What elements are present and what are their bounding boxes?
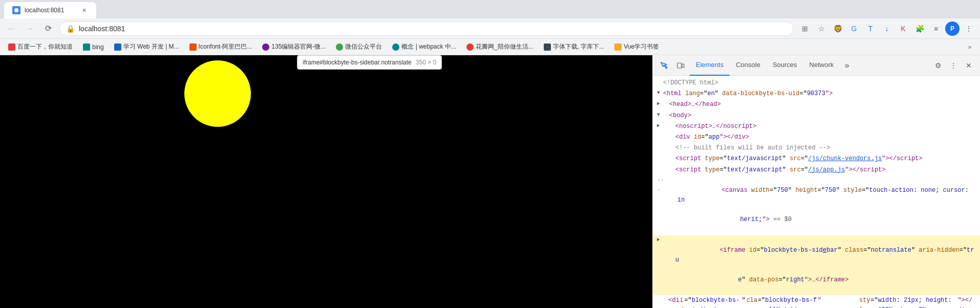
devtools-settings-button[interactable]: ⚙ <box>931 58 945 73</box>
tooltip-size: 350 × 0 <box>416 59 436 66</box>
nav-bar: ← → ⟳ 🔒 localhost:8081 ⊞ ☆ 🦁 G T ↓ K 🧩 ≡… <box>0 18 980 39</box>
bookmark-webpack[interactable]: 概念 | webpack 中... <box>388 41 460 52</box>
webpage-area: iframe#blockbyte-bs-sidebar.notranslate … <box>0 55 652 308</box>
devtools-tabs: Elements Console Sources Network » <box>690 55 929 76</box>
dom-html-line[interactable]: ▼ <html lang="en" data-blockbyte-bs-uid=… <box>653 89 980 99</box>
bookmark-fonts[interactable]: 字体下载, 字库下... <box>540 41 609 52</box>
inspect-element-button[interactable] <box>657 58 671 73</box>
devtools-toolbar: Elements Console Sources Network » ⚙ ⋮ ✕ <box>653 55 980 76</box>
devtools-tab-elements[interactable]: Elements <box>690 55 730 76</box>
three-dots-icon: ··· <box>657 176 667 195</box>
bookmark-label: 字体下载, 字库下... <box>553 42 605 51</box>
bookmark-bing[interactable]: bing <box>79 42 108 52</box>
tooltip-element-name: iframe#blockbyte-bs-sidebar.notranslate <box>303 59 412 66</box>
devtools-tab-network[interactable]: Network <box>803 55 840 76</box>
devtools-more-tabs-button[interactable]: » <box>840 58 854 73</box>
svg-rect-0 <box>677 63 681 68</box>
bookmark-mdn[interactable]: 学习 Web 开发 | M... <box>110 41 183 52</box>
forward-button[interactable]: → <box>23 21 37 36</box>
translate2-icon[interactable]: T <box>863 21 878 36</box>
tab-title: localhost:8081 <box>25 7 76 14</box>
dom-noscript-line[interactable]: ▶ <noscript>…</noscript> <box>653 121 980 132</box>
bookmark-label: 微信公众平台 <box>345 42 382 51</box>
browser-window: localhost:8081 ✕ ← → ⟳ 🔒 localhost:8081 … <box>0 0 980 308</box>
yellow-circle <box>184 60 251 127</box>
chunk-vendors-link[interactable]: /js/chunk-vendors.js <box>808 154 882 164</box>
devtools-right-actions: ⚙ ⋮ ✕ <box>931 58 976 73</box>
svg-rect-1 <box>682 64 684 68</box>
user-avatar[interactable]: P <box>945 21 960 36</box>
dom-comment-line[interactable]: <!-- built files will be auto injected -… <box>653 143 980 153</box>
dom-script-app-line[interactable]: <script type="text/javascript" src="/js/… <box>653 165 980 175</box>
lock-icon: 🔒 <box>66 25 75 33</box>
app-js-link[interactable]: /js/app.js <box>808 165 845 175</box>
bookmark-star-icon[interactable]: ☆ <box>814 21 828 36</box>
bookmark-label: 百度一下，你就知道 <box>17 42 73 51</box>
profile-icon[interactable]: ≡ <box>929 21 943 36</box>
bookmarks-bar: 百度一下，你就知道 bing 学习 Web 开发 | M... Iconfont… <box>0 39 980 55</box>
translate-icon[interactable]: ⊞ <box>798 21 812 36</box>
devtools-tab-sources[interactable]: Sources <box>766 55 803 76</box>
bookmark-favicon <box>8 43 15 51</box>
download-icon[interactable]: ↓ <box>880 21 894 36</box>
bookmark-label: 概念 | webpack 中... <box>401 42 456 51</box>
bookmark-label: 135编辑器官网-微... <box>271 42 326 51</box>
bookmark-label: 花瓣网_陪你做生活... <box>476 42 534 51</box>
browser-tab[interactable]: localhost:8081 ✕ <box>4 2 96 18</box>
bookmark-huaban[interactable]: 花瓣网_陪你做生活... <box>462 41 538 52</box>
bookmark-135editor[interactable]: 135编辑器官网-微... <box>258 41 330 52</box>
dom-body-open-line[interactable]: ▼ <body> <box>653 111 980 121</box>
devtools-tab-console[interactable]: Console <box>730 55 766 76</box>
bookmark-favicon <box>466 43 474 51</box>
bookmarks-more-button[interactable]: » <box>964 41 976 53</box>
bookmark-favicon <box>262 43 269 51</box>
dom-app-div-line[interactable]: <div id="app"></div> <box>653 132 980 143</box>
dom-canvas-line[interactable]: ··· <canvas width="750" height="750" sty… <box>653 175 980 235</box>
back-button[interactable]: ← <box>4 21 18 36</box>
bookmark-favicon <box>544 43 551 51</box>
google-icon[interactable]: G <box>847 21 861 36</box>
tab-bar: localhost:8081 ✕ <box>0 0 980 18</box>
bookmark-baidu[interactable]: 百度一下，你就知道 <box>4 41 77 52</box>
reload-button[interactable]: ⟳ <box>41 21 55 36</box>
device-toolbar-button[interactable] <box>673 58 688 73</box>
dom-script-vendors-line[interactable]: <script type="text/javascript" src="/js/… <box>653 153 980 164</box>
nav-actions: ⊞ ☆ 🦁 G T ↓ K 🧩 ≡ P ⋮ <box>798 21 976 36</box>
bookmark-favicon <box>614 43 622 51</box>
bookmark-favicon <box>114 43 121 51</box>
devtools-dom-tree: <!DOCTYPE html> ▼ <html lang="en" data-b… <box>653 76 980 308</box>
extensions-icon[interactable]: 🧩 <box>912 21 927 36</box>
bookmark-iconfont[interactable]: Iconfont-阿里巴巴... <box>185 41 257 52</box>
devtools-close-button[interactable]: ✕ <box>962 58 976 73</box>
address-bar[interactable]: 🔒 localhost:8081 <box>59 21 794 36</box>
bookmark-favicon <box>83 43 90 51</box>
brave-icon[interactable]: 🦁 <box>830 21 845 36</box>
tab-favicon <box>12 6 20 14</box>
bookmark-vue[interactable]: Vue学习书签 <box>610 41 663 52</box>
bookmark-label: 学习 Web 开发 | M... <box>123 42 179 51</box>
dom-iframe-line[interactable]: ▶ <iframe id="blockbyte-bs-sidebar" clas… <box>653 235 980 295</box>
bookmark-favicon <box>189 43 197 51</box>
bookmark-favicon <box>336 43 343 51</box>
bookmark-wechat[interactable]: 微信公众平台 <box>332 41 386 52</box>
bookmark-label: Vue学习书签 <box>624 42 659 51</box>
element-tooltip: iframe#blockbyte-bs-sidebar.notranslate … <box>297 55 442 70</box>
dom-indicator-div-line[interactable]: <div id="blockbyte-bs-indicator" class="… <box>653 295 980 308</box>
dom-head-line[interactable]: ▶ <head>…</head> <box>653 99 980 110</box>
bookmark-label: bing <box>92 43 104 51</box>
bookmark-favicon <box>392 43 399 51</box>
dom-doctype-line[interactable]: <!DOCTYPE html> <box>653 78 980 89</box>
bookmark-label: Iconfont-阿里巴巴... <box>199 42 252 51</box>
kantu-icon[interactable]: K <box>896 21 910 36</box>
devtools-panel: Elements Console Sources Network » ⚙ ⋮ ✕ <box>652 55 980 308</box>
url-text: localhost:8081 <box>79 25 787 33</box>
tab-close-button[interactable]: ✕ <box>80 6 88 14</box>
main-content: iframe#blockbyte-bs-sidebar.notranslate … <box>0 55 980 308</box>
more-options-icon[interactable]: ⋮ <box>962 21 976 36</box>
devtools-more-button[interactable]: ⋮ <box>946 58 961 73</box>
